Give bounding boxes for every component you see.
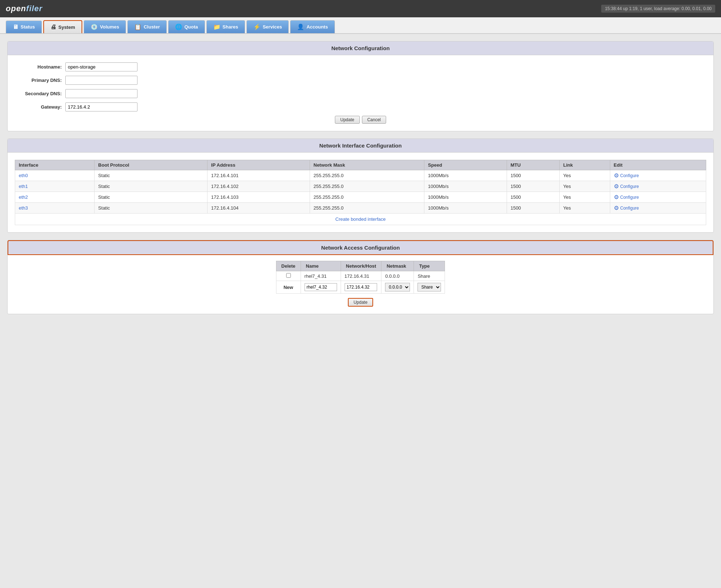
cell-ip-2: 172.16.4.103 [207,192,310,203]
new-type-select[interactable]: ShareNFSiSCSI [418,283,441,291]
interface-table-row: eth1 Static 172.16.4.102 255.255.255.0 1… [15,181,706,192]
gateway-input[interactable] [65,102,137,111]
tab-system[interactable]: 🖨 System [43,20,82,33]
cell-interface-1: eth1 [15,181,95,192]
create-bonded-link[interactable]: Create bonded interface [335,216,385,222]
interface-link-eth0[interactable]: eth0 [19,173,28,178]
configure-link-eth3[interactable]: ⚙ Configure [614,205,703,211]
cell-name-existing-0: rhel7_4.31 [301,271,341,281]
create-bonded-row: Create bonded interface [15,214,706,225]
secondary-dns-row: Secondary DNS: [15,89,706,98]
configure-icon-eth1: ⚙ [614,183,619,190]
interface-table: Interface Boot Protocol IP Address Netwo… [15,160,706,225]
status-icon: 🖥 [13,24,18,30]
new-netmask-select[interactable]: 0.0.0.0 [385,283,410,291]
network-config-header: Network Configuration [8,41,713,55]
configure-link-eth0[interactable]: ⚙ Configure [614,172,703,179]
col-network-mask: Network Mask [310,160,424,170]
network-config-form: Hostname: Primary DNS: Secondary DNS: Ga… [15,62,706,124]
cell-boot-protocol-3: Static [95,203,207,214]
cell-ip-3: 172.16.4.104 [207,203,310,214]
hostname-input[interactable] [65,62,137,71]
cell-link-3: Yes [559,203,610,214]
cell-interface-3: eth3 [15,203,95,214]
col-speed: Speed [424,160,507,170]
shares-icon: 📁 [213,23,220,30]
network-interface-section: Network Interface Configuration Interfac… [7,139,714,233]
cell-edit-2: ⚙ Configure [610,192,706,203]
access-update-button[interactable]: Update [348,298,373,307]
network-access-section: Network Access Configuration Delete Name… [7,240,714,314]
col-mtu: MTU [507,160,559,170]
cell-mtu-1: 1500 [507,181,559,192]
gateway-label: Gateway: [15,104,65,110]
tab-status[interactable]: 🖥 Status [6,21,42,33]
tab-volumes[interactable]: 💿 Volumes [84,20,126,33]
col-netmask: Netmask [381,261,414,271]
cell-link-0: Yes [559,170,610,181]
main-content: Network Configuration Hostname: Primary … [0,34,721,586]
interface-link-eth2[interactable]: eth2 [19,194,28,200]
col-edit: Edit [610,160,706,170]
access-table: Delete Name Network/Host Netmask Type rh… [276,261,445,294]
col-boot-protocol: Boot Protocol [95,160,207,170]
network-config-update-button[interactable]: Update [335,116,360,124]
tab-accounts[interactable]: 👤 Accounts [290,20,335,33]
col-interface: Interface [15,160,95,170]
interface-link-eth3[interactable]: eth3 [19,205,28,211]
network-config-section: Network Configuration Hostname: Primary … [7,41,714,131]
delete-checkbox-0[interactable] [286,273,291,278]
configure-icon-eth3: ⚙ [614,205,619,211]
col-ip-address: IP Address [207,160,310,170]
network-config-title: Network Configuration [15,45,706,51]
cell-new-label: New [276,281,301,294]
cell-mask-0: 255.255.255.0 [310,170,424,181]
configure-icon-eth0: ⚙ [614,172,619,179]
hostname-row: Hostname: [15,62,706,71]
cell-ip-0: 172.16.4.101 [207,170,310,181]
tab-shares[interactable]: 📁 Shares [206,20,245,33]
new-name-input[interactable] [305,283,337,291]
network-access-body: Delete Name Network/Host Netmask Type rh… [8,255,713,314]
cell-mask-3: 255.255.255.0 [310,203,424,214]
cell-new-type: ShareNFSiSCSI [414,281,445,294]
new-network-input[interactable] [345,283,377,291]
cell-type-existing-0: Share [414,271,445,281]
cluster-icon: 📋 [134,23,141,30]
col-name: Name [301,261,341,271]
col-type: Type [414,261,445,271]
col-network-host: Network/Host [341,261,381,271]
quota-icon: 🌐 [175,23,182,30]
cell-boot-protocol-2: Static [95,192,207,203]
cell-link-1: Yes [559,181,610,192]
system-time: 15:38:44 up 1:19, 1 user, load average: … [601,5,715,13]
configure-link-eth1[interactable]: ⚙ Configure [614,183,703,190]
interface-link-eth1[interactable]: eth1 [19,184,28,189]
cell-boot-protocol-1: Static [95,181,207,192]
cell-speed-1: 1000Mb/s [424,181,507,192]
network-config-buttons: Update Cancel [15,116,706,124]
services-icon: ⚡ [253,23,261,30]
volumes-icon: 💿 [91,23,98,30]
configure-label-eth0: Configure [620,173,639,178]
tab-services[interactable]: ⚡ Services [246,20,289,33]
cell-mtu-2: 1500 [507,192,559,203]
cell-delete-existing-0 [276,271,301,281]
cell-new-network [341,281,381,294]
configure-link-eth2[interactable]: ⚙ Configure [614,194,703,201]
tab-system-label: System [58,25,75,30]
logo: openfiler [6,4,43,13]
network-config-cancel-button[interactable]: Cancel [362,116,386,124]
logo-filer: filer [26,4,43,13]
configure-label-eth2: Configure [620,195,639,200]
cell-speed-2: 1000Mb/s [424,192,507,203]
tab-accounts-label: Accounts [306,24,328,30]
secondary-dns-input[interactable] [65,89,137,98]
tab-quota[interactable]: 🌐 Quota [168,20,205,33]
configure-icon-eth2: ⚙ [614,194,619,201]
primary-dns-input[interactable] [65,76,137,85]
cell-ip-1: 172.16.4.102 [207,181,310,192]
tab-cluster[interactable]: 📋 Cluster [127,20,167,33]
network-access-header: Network Access Configuration [8,240,713,255]
cell-interface-2: eth2 [15,192,95,203]
